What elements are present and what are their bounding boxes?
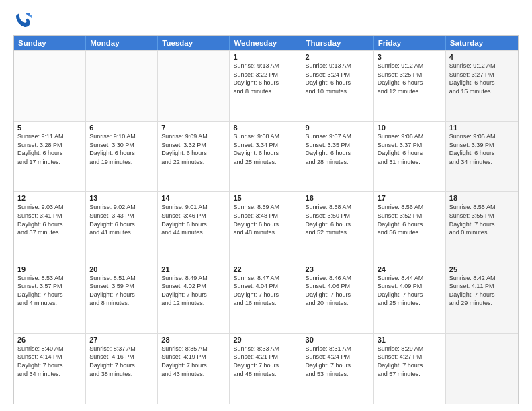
- cell-text: Sunrise: 9:02 AM Sunset: 3:43 PM Dayligh…: [89, 203, 154, 236]
- cal-cell: 16Sunrise: 8:58 AM Sunset: 3:50 PM Dayli…: [302, 192, 374, 262]
- calendar-body: 1Sunrise: 9:13 AM Sunset: 3:22 PM Daylig…: [14, 50, 518, 404]
- cal-cell: [158, 51, 230, 121]
- day-number: 30: [306, 336, 370, 344]
- cal-cell: 29Sunrise: 8:33 AM Sunset: 4:21 PM Dayli…: [230, 334, 302, 404]
- cal-cell: 7Sunrise: 9:09 AM Sunset: 3:32 PM Daylig…: [158, 122, 230, 191]
- cal-cell: [446, 334, 518, 404]
- day-number: 17: [378, 194, 442, 202]
- cell-text: Sunrise: 8:37 AM Sunset: 4:16 PM Dayligh…: [89, 345, 154, 378]
- cell-text: Sunrise: 8:33 AM Sunset: 4:21 PM Dayligh…: [233, 345, 298, 378]
- cal-row-2: 12Sunrise: 9:03 AM Sunset: 3:41 PM Dayli…: [14, 191, 518, 262]
- day-number: 26: [17, 336, 82, 344]
- day-number: 22: [233, 265, 298, 273]
- cal-cell: 22Sunrise: 8:47 AM Sunset: 4:04 PM Dayli…: [230, 263, 302, 333]
- day-number: 24: [378, 265, 442, 273]
- header-saturday: Saturday: [446, 36, 518, 50]
- day-number: 14: [161, 194, 226, 202]
- day-number: 10: [378, 124, 442, 132]
- day-number: 15: [233, 194, 298, 202]
- cell-text: Sunrise: 9:01 AM Sunset: 3:46 PM Dayligh…: [161, 203, 226, 236]
- page: SundayMondayTuesdayWednesdayThursdayFrid…: [0, 0, 532, 411]
- day-number: 16: [306, 194, 370, 202]
- day-number: 12: [17, 194, 82, 202]
- cal-cell: 10Sunrise: 9:06 AM Sunset: 3:37 PM Dayli…: [374, 122, 446, 191]
- cell-text: Sunrise: 9:12 AM Sunset: 3:25 PM Dayligh…: [378, 62, 442, 95]
- day-number: 13: [89, 194, 154, 202]
- day-number: 23: [306, 265, 370, 273]
- day-number: 25: [449, 265, 515, 273]
- cal-cell: 21Sunrise: 8:49 AM Sunset: 4:02 PM Dayli…: [158, 263, 230, 333]
- cal-cell: 25Sunrise: 8:42 AM Sunset: 4:11 PM Dayli…: [446, 263, 518, 333]
- day-number: 21: [161, 265, 226, 273]
- header-friday: Friday: [374, 36, 446, 50]
- cell-text: Sunrise: 8:59 AM Sunset: 3:48 PM Dayligh…: [233, 203, 298, 236]
- cell-text: Sunrise: 8:47 AM Sunset: 4:04 PM Dayligh…: [233, 274, 298, 308]
- cell-text: Sunrise: 8:49 AM Sunset: 4:02 PM Dayligh…: [161, 274, 226, 308]
- cal-cell: 4Sunrise: 9:12 AM Sunset: 3:27 PM Daylig…: [446, 51, 518, 121]
- day-number: 5: [17, 124, 82, 132]
- cal-cell: 5Sunrise: 9:11 AM Sunset: 3:28 PM Daylig…: [14, 122, 86, 191]
- cal-cell: 19Sunrise: 8:53 AM Sunset: 3:57 PM Dayli…: [14, 263, 86, 333]
- cal-cell: 8Sunrise: 9:08 AM Sunset: 3:34 PM Daylig…: [230, 122, 302, 191]
- header-tuesday: Tuesday: [158, 36, 230, 50]
- day-number: 2: [306, 53, 370, 61]
- cell-text: Sunrise: 8:56 AM Sunset: 3:52 PM Dayligh…: [378, 203, 442, 236]
- cell-text: Sunrise: 8:35 AM Sunset: 4:19 PM Dayligh…: [161, 345, 226, 378]
- cell-text: Sunrise: 9:07 AM Sunset: 3:35 PM Dayligh…: [306, 132, 370, 166]
- day-number: 7: [161, 124, 226, 132]
- cal-cell: 14Sunrise: 9:01 AM Sunset: 3:46 PM Dayli…: [158, 192, 230, 262]
- cell-text: Sunrise: 8:46 AM Sunset: 4:06 PM Dayligh…: [306, 274, 370, 308]
- logo-icon: [13, 11, 32, 30]
- cal-cell: 20Sunrise: 8:51 AM Sunset: 3:59 PM Dayli…: [86, 263, 158, 333]
- cell-text: Sunrise: 9:11 AM Sunset: 3:28 PM Dayligh…: [17, 132, 82, 166]
- header: [13, 11, 519, 30]
- day-number: 9: [306, 124, 370, 132]
- cal-cell: 28Sunrise: 8:35 AM Sunset: 4:19 PM Dayli…: [158, 334, 230, 404]
- cal-row-4: 26Sunrise: 8:40 AM Sunset: 4:14 PM Dayli…: [14, 333, 518, 404]
- cal-cell: 17Sunrise: 8:56 AM Sunset: 3:52 PM Dayli…: [374, 192, 446, 262]
- day-number: 27: [89, 336, 154, 344]
- day-number: 11: [449, 124, 515, 132]
- header-sunday: Sunday: [14, 36, 86, 50]
- cal-cell: 18Sunrise: 8:55 AM Sunset: 3:55 PM Dayli…: [446, 192, 518, 262]
- cell-text: Sunrise: 9:09 AM Sunset: 3:32 PM Dayligh…: [161, 132, 226, 166]
- calendar-header: SundayMondayTuesdayWednesdayThursdayFrid…: [14, 36, 518, 50]
- cal-cell: 24Sunrise: 8:44 AM Sunset: 4:09 PM Dayli…: [374, 263, 446, 333]
- day-number: 20: [89, 265, 154, 273]
- day-number: 28: [161, 336, 226, 344]
- cal-cell: 26Sunrise: 8:40 AM Sunset: 4:14 PM Dayli…: [14, 334, 86, 404]
- calendar: SundayMondayTuesdayWednesdayThursdayFrid…: [13, 35, 519, 404]
- cell-text: Sunrise: 8:29 AM Sunset: 4:27 PM Dayligh…: [378, 345, 442, 378]
- cal-cell: 31Sunrise: 8:29 AM Sunset: 4:27 PM Dayli…: [374, 334, 446, 404]
- cell-text: Sunrise: 9:06 AM Sunset: 3:37 PM Dayligh…: [378, 132, 442, 166]
- cell-text: Sunrise: 9:05 AM Sunset: 3:39 PM Dayligh…: [449, 132, 515, 166]
- cal-cell: [14, 51, 86, 121]
- cell-text: Sunrise: 8:51 AM Sunset: 3:59 PM Dayligh…: [89, 274, 154, 308]
- logo: [13, 11, 35, 30]
- day-number: 4: [449, 53, 515, 61]
- cal-cell: 1Sunrise: 9:13 AM Sunset: 3:22 PM Daylig…: [230, 51, 302, 121]
- day-number: 3: [378, 53, 442, 61]
- cell-text: Sunrise: 8:55 AM Sunset: 3:55 PM Dayligh…: [449, 203, 515, 236]
- cal-row-0: 1Sunrise: 9:13 AM Sunset: 3:22 PM Daylig…: [14, 50, 518, 121]
- cell-text: Sunrise: 8:44 AM Sunset: 4:09 PM Dayligh…: [378, 274, 442, 308]
- cell-text: Sunrise: 9:03 AM Sunset: 3:41 PM Dayligh…: [17, 203, 82, 236]
- cell-text: Sunrise: 9:10 AM Sunset: 3:30 PM Dayligh…: [89, 132, 154, 166]
- cal-row-1: 5Sunrise: 9:11 AM Sunset: 3:28 PM Daylig…: [14, 121, 518, 191]
- cal-cell: 11Sunrise: 9:05 AM Sunset: 3:39 PM Dayli…: [446, 122, 518, 191]
- day-number: 19: [17, 265, 82, 273]
- day-number: 8: [233, 124, 298, 132]
- header-thursday: Thursday: [302, 36, 374, 50]
- header-monday: Monday: [86, 36, 158, 50]
- cal-cell: 23Sunrise: 8:46 AM Sunset: 4:06 PM Dayli…: [302, 263, 374, 333]
- cal-cell: 30Sunrise: 8:31 AM Sunset: 4:24 PM Dayli…: [302, 334, 374, 404]
- cell-text: Sunrise: 8:40 AM Sunset: 4:14 PM Dayligh…: [17, 345, 82, 378]
- cal-cell: 3Sunrise: 9:12 AM Sunset: 3:25 PM Daylig…: [374, 51, 446, 121]
- cal-cell: 13Sunrise: 9:02 AM Sunset: 3:43 PM Dayli…: [86, 192, 158, 262]
- cell-text: Sunrise: 9:13 AM Sunset: 3:24 PM Dayligh…: [306, 62, 370, 95]
- cell-text: Sunrise: 8:42 AM Sunset: 4:11 PM Dayligh…: [449, 274, 515, 308]
- cell-text: Sunrise: 8:58 AM Sunset: 3:50 PM Dayligh…: [306, 203, 370, 236]
- cal-cell: 6Sunrise: 9:10 AM Sunset: 3:30 PM Daylig…: [86, 122, 158, 191]
- cell-text: Sunrise: 9:13 AM Sunset: 3:22 PM Dayligh…: [233, 62, 298, 95]
- header-wednesday: Wednesday: [230, 36, 302, 50]
